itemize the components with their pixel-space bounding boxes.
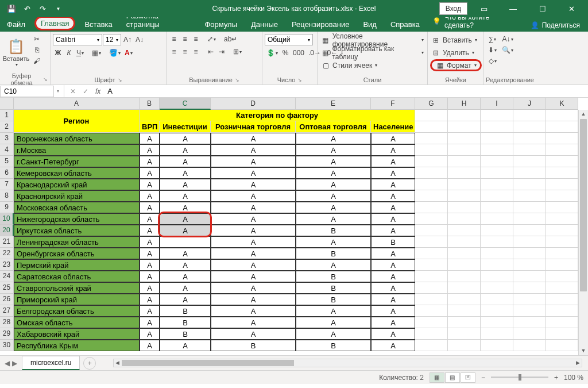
- data-cell[interactable]: А: [211, 294, 296, 305]
- data-cell[interactable]: А: [296, 305, 371, 317]
- cell[interactable]: [448, 282, 481, 294]
- tab-review[interactable]: Рецензирование: [285, 17, 356, 32]
- dialog-launcher-icon[interactable]: ↘: [235, 77, 239, 83]
- tab-home[interactable]: Главная: [34, 16, 75, 30]
- cell[interactable]: [415, 167, 448, 179]
- header-region[interactable]: Регион: [14, 110, 140, 133]
- align-top-icon[interactable]: ≡: [169, 34, 179, 44]
- percent-icon[interactable]: %: [280, 48, 291, 58]
- data-cell[interactable]: А: [371, 133, 415, 144]
- fill-icon[interactable]: ⬇▾: [486, 45, 498, 55]
- data-cell[interactable]: А: [296, 202, 371, 213]
- fx-icon[interactable]: fx: [92, 87, 104, 95]
- format-as-table-button[interactable]: ▦Форматировать как таблицу▾: [320, 47, 425, 59]
- cell[interactable]: [513, 271, 546, 282]
- cell[interactable]: [546, 167, 578, 179]
- subheader[interactable]: Инвестиции: [160, 121, 211, 133]
- cell[interactable]: [546, 328, 578, 340]
- cell[interactable]: [513, 259, 546, 271]
- clear-icon[interactable]: ◇▾: [486, 56, 498, 66]
- column-header[interactable]: F: [371, 98, 415, 110]
- row-header[interactable]: 28: [0, 317, 14, 328]
- wrap-text-icon[interactable]: ab↵: [222, 34, 239, 44]
- data-cell[interactable]: А: [211, 190, 296, 202]
- data-cell[interactable]: А: [371, 144, 415, 156]
- data-cell[interactable]: А: [211, 236, 296, 248]
- vertical-scrollbar[interactable]: ▲ ▼: [578, 110, 588, 355]
- data-cell[interactable]: А: [140, 328, 160, 340]
- cell[interactable]: [448, 167, 481, 179]
- data-cell[interactable]: В: [296, 271, 371, 282]
- cell[interactable]: [513, 202, 546, 213]
- merge-icon[interactable]: ⊞▾: [231, 47, 243, 57]
- spreadsheet-grid[interactable]: 123456789102021222324252627282930 ABCDEF…: [0, 98, 588, 355]
- cell[interactable]: [513, 167, 546, 179]
- data-cell[interactable]: А: [371, 340, 415, 351]
- paste-button[interactable]: 📋Вставить▾: [2, 34, 30, 72]
- cell[interactable]: [546, 179, 578, 190]
- copy-icon[interactable]: ⎘: [32, 45, 42, 55]
- orientation-icon[interactable]: ⤢▾: [206, 34, 218, 44]
- data-cell[interactable]: А: [160, 340, 211, 351]
- row-header[interactable]: 24: [0, 271, 14, 282]
- data-cell[interactable]: А: [371, 271, 415, 282]
- number-format-select[interactable]: Общий▾: [265, 34, 313, 45]
- cancel-formula-icon[interactable]: ✕: [67, 87, 79, 95]
- cell[interactable]: [481, 133, 513, 144]
- cell[interactable]: [513, 340, 546, 351]
- bold-icon[interactable]: Ж: [53, 48, 63, 58]
- data-cell[interactable]: А: [296, 236, 371, 248]
- data-cell[interactable]: А: [371, 282, 415, 294]
- cell[interactable]: [481, 328, 513, 340]
- tab-file[interactable]: Файл: [0, 17, 32, 32]
- data-cell[interactable]: А: [140, 225, 160, 236]
- scroll-left-icon[interactable]: ◀: [114, 359, 121, 367]
- tab-formulas[interactable]: Формулы: [198, 17, 244, 32]
- cell[interactable]: [481, 144, 513, 156]
- zoom-in-icon[interactable]: +: [554, 374, 558, 382]
- close-icon[interactable]: ✕: [559, 0, 585, 17]
- cell[interactable]: [513, 305, 546, 317]
- row-header[interactable]: 4: [0, 144, 14, 156]
- cell[interactable]: [546, 282, 578, 294]
- row-header[interactable]: 2: [0, 121, 14, 133]
- data-cell[interactable]: А: [160, 271, 211, 282]
- subheader[interactable]: Розничная торговля: [211, 121, 296, 133]
- cell[interactable]: [546, 340, 578, 351]
- cell[interactable]: [415, 340, 448, 351]
- enter-formula-icon[interactable]: ✓: [79, 87, 92, 95]
- scroll-right-icon[interactable]: ▶: [574, 359, 582, 367]
- cell[interactable]: [448, 179, 481, 190]
- underline-icon[interactable]: Ч▾: [75, 48, 86, 58]
- cell[interactable]: [481, 340, 513, 351]
- region-cell[interactable]: г.Санкт-Петербург: [14, 156, 140, 167]
- row-header[interactable]: 21: [0, 236, 14, 248]
- align-center-icon[interactable]: ≡: [180, 47, 190, 57]
- undo-icon[interactable]: ↶: [20, 2, 34, 16]
- data-cell[interactable]: А: [211, 133, 296, 144]
- cell[interactable]: [448, 317, 481, 328]
- cell[interactable]: [415, 271, 448, 282]
- cell[interactable]: [513, 110, 546, 121]
- cell[interactable]: [448, 236, 481, 248]
- save-icon[interactable]: 💾: [5, 2, 18, 16]
- data-cell[interactable]: А: [160, 213, 211, 225]
- cell[interactable]: [448, 110, 481, 121]
- cell[interactable]: [415, 328, 448, 340]
- cell[interactable]: [448, 144, 481, 156]
- cell[interactable]: [546, 294, 578, 305]
- zoom-level[interactable]: 100 %: [564, 374, 583, 382]
- insert-cells-button[interactable]: ⊞Вставить▾: [430, 34, 478, 46]
- cell[interactable]: [513, 121, 546, 133]
- region-cell[interactable]: Воронежская область: [14, 133, 140, 144]
- data-cell[interactable]: А: [160, 259, 211, 271]
- cell[interactable]: [448, 225, 481, 236]
- align-middle-icon[interactable]: ≡: [180, 34, 190, 44]
- data-cell[interactable]: А: [296, 328, 371, 340]
- region-cell[interactable]: Хабаровский край: [14, 328, 140, 340]
- data-cell[interactable]: А: [371, 248, 415, 259]
- qat-dropdown-icon[interactable]: ▼: [51, 2, 65, 16]
- dialog-launcher-icon[interactable]: ↘: [118, 77, 122, 83]
- data-cell[interactable]: А: [211, 282, 296, 294]
- subheader[interactable]: ВРП: [140, 121, 160, 133]
